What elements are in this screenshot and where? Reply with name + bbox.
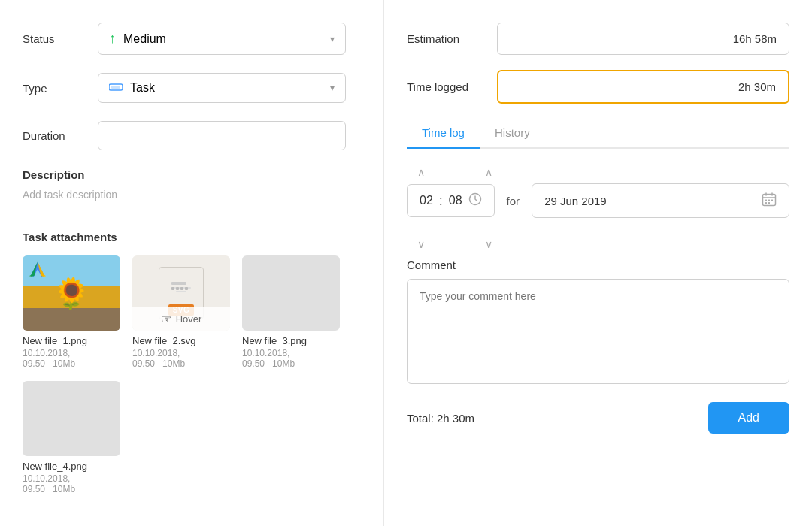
svg-rect-9 xyxy=(171,282,186,285)
type-task-icon xyxy=(109,82,123,94)
hover-overlay: ☞ Hover xyxy=(132,307,230,331)
attachment-name: New file_2.svg xyxy=(132,335,230,346)
attachments-section: Task attachments xyxy=(23,231,346,494)
hours-down-arrow[interactable]: ∨ xyxy=(411,236,431,252)
svg-rect-1 xyxy=(111,86,120,89)
list-item[interactable]: New file_4.png 10.10.2018, 09.50 10Mb xyxy=(23,381,120,494)
type-chevron-icon: ▾ xyxy=(330,83,335,93)
attachment-thumb xyxy=(23,255,120,331)
svg-rect-12 xyxy=(171,287,174,290)
type-row: Type Task ▾ xyxy=(23,73,346,103)
attachments-grid: New file_1.png 10.10.2018, 09.50 10Mb xyxy=(23,255,346,494)
calendar-icon xyxy=(762,192,777,210)
svg-rect-14 xyxy=(180,287,183,290)
attachment-meta: 10.10.2018, 09.50 10Mb xyxy=(242,348,340,369)
status-value: Medium xyxy=(123,32,166,46)
type-label: Type xyxy=(23,82,98,95)
top-arrows: ∧ ∧ xyxy=(411,164,498,180)
hours-display: 02 xyxy=(420,194,433,207)
gdrive-icon xyxy=(27,260,48,281)
attachment-meta: 10.10.2018, 09.50 10Mb xyxy=(132,348,230,369)
sunflower-image xyxy=(23,255,120,331)
estimation-row: Estimation 16h 58m xyxy=(407,23,789,55)
attachment-thumb xyxy=(242,255,340,331)
comment-label: Comment xyxy=(407,258,789,271)
clock-icon xyxy=(468,192,482,209)
date-value: 29 Jun 2019 xyxy=(544,195,607,207)
time-input-box[interactable]: 02 : 08 xyxy=(407,184,495,217)
svg-rect-13 xyxy=(176,287,179,290)
duration-row: Duration xyxy=(23,121,346,150)
steppers-top-row: ∧ ∧ xyxy=(407,164,789,180)
duration-label: Duration xyxy=(23,129,98,142)
svg-rect-11 xyxy=(176,291,186,292)
duration-input[interactable] xyxy=(98,121,346,150)
attachment-thumb xyxy=(23,381,120,456)
svg-rect-22 xyxy=(768,202,770,204)
description-title: Description xyxy=(23,168,346,181)
attachment-thumb: SVG ☞ Hover xyxy=(132,255,230,331)
status-up-icon: ↑ xyxy=(109,31,116,47)
attachments-title: Task attachments xyxy=(23,231,346,243)
time-separator: : xyxy=(439,193,443,209)
tabs-row: Time log History xyxy=(407,119,789,149)
time-picker-section: 02 : 08 for 29 Jun 2019 xyxy=(407,183,789,218)
svg-rect-19 xyxy=(768,200,770,201)
hover-text: Hover xyxy=(176,313,202,325)
date-input-box[interactable]: 29 Jun 2019 xyxy=(532,183,789,218)
attachment-name: New file_4.png xyxy=(23,461,120,472)
total-text: Total: 2h 30m xyxy=(407,412,474,425)
minutes-display: 08 xyxy=(449,194,462,207)
gray-thumb xyxy=(242,255,340,331)
svg-rect-15 xyxy=(185,287,188,290)
comment-section: Comment xyxy=(407,258,789,387)
comment-textarea[interactable] xyxy=(407,279,789,384)
status-chevron-icon: ▾ xyxy=(330,34,335,44)
status-select[interactable]: ↑ Medium ▾ xyxy=(98,23,346,55)
svg-rect-18 xyxy=(765,200,767,201)
list-item[interactable]: New file_1.png 10.10.2018, 09.50 10Mb xyxy=(23,255,120,369)
description-section: Description Add task description xyxy=(23,168,346,201)
minutes-down-arrow[interactable]: ∨ xyxy=(479,236,498,252)
add-button[interactable]: Add xyxy=(708,402,789,434)
cursor-icon: ☞ xyxy=(161,312,171,326)
minutes-up-arrow[interactable]: ∧ xyxy=(479,164,498,180)
status-label: Status xyxy=(23,32,98,45)
list-item[interactable]: SVG ☞ Hover New file_2.svg 10.10.2018, 0… xyxy=(132,255,230,369)
attachment-name: New file_1.png xyxy=(23,335,120,346)
estimation-value: 16h 58m xyxy=(497,23,789,55)
steppers-bottom-row: ∨ ∨ xyxy=(411,236,789,252)
time-logged-label: Time logged xyxy=(407,80,497,93)
type-select[interactable]: Task ▾ xyxy=(98,73,346,103)
time-picker-area: ∧ ∧ 02 : 08 for xyxy=(407,164,789,252)
svg-rect-20 xyxy=(771,200,773,201)
time-logged-row: Time logged 2h 30m xyxy=(407,70,789,104)
for-label: for xyxy=(507,195,520,207)
tab-history[interactable]: History xyxy=(480,119,545,149)
type-value: Task xyxy=(130,81,155,95)
footer-row: Total: 2h 30m Add xyxy=(407,402,789,434)
hours-up-arrow[interactable]: ∧ xyxy=(411,164,431,180)
estimation-label: Estimation xyxy=(407,32,497,45)
attachment-meta: 10.10.2018, 09.50 10Mb xyxy=(23,473,120,494)
time-logged-value[interactable]: 2h 30m xyxy=(497,70,789,104)
gray-thumb xyxy=(23,381,120,456)
attachment-name: New file_3.png xyxy=(242,335,340,346)
attachment-meta: 10.10.2018, 09.50 10Mb xyxy=(23,348,120,369)
tab-timelog[interactable]: Time log xyxy=(407,119,480,149)
description-placeholder[interactable]: Add task description xyxy=(23,189,346,201)
status-row: Status ↑ Medium ▾ xyxy=(23,23,346,55)
list-item[interactable]: New file_3.png 10.10.2018, 09.50 10Mb xyxy=(242,255,340,369)
svg-rect-21 xyxy=(765,202,767,204)
